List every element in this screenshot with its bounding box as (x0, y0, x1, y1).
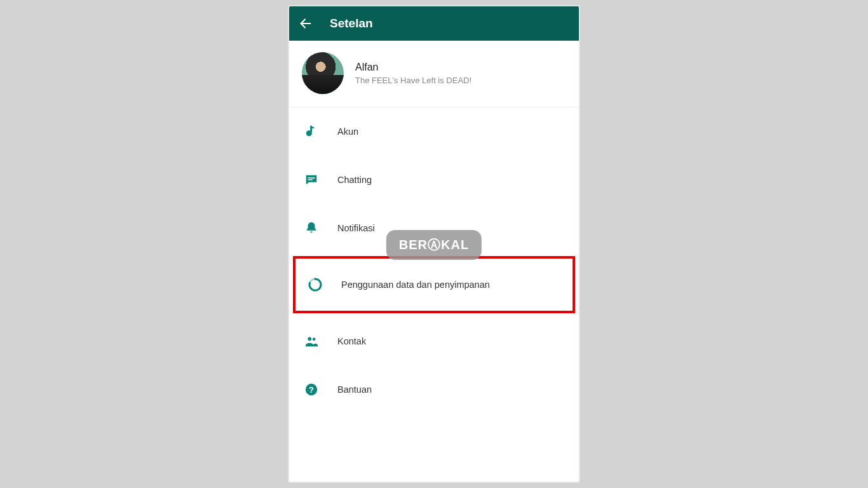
menu-item-help[interactable]: ? Bantuan (289, 365, 579, 414)
contacts-icon (303, 333, 320, 349)
menu-label-notifications: Notifikasi (337, 223, 375, 233)
bell-icon (303, 220, 320, 236)
profile-status: The FEEL's Have Left is DEAD! (355, 76, 471, 85)
profile-name: Alfan (355, 62, 471, 73)
settings-screen: Setelan Alfan The FEEL's Have Left is DE… (288, 5, 580, 483)
svg-rect-4 (308, 177, 315, 178)
svg-rect-5 (308, 179, 313, 180)
arrow-left-icon (299, 17, 313, 30)
menu-label-chats: Chatting (337, 175, 372, 185)
svg-point-7 (313, 337, 316, 341)
back-button[interactable] (298, 16, 313, 31)
profile-row[interactable]: Alfan The FEEL's Have Left is DEAD! (289, 41, 579, 107)
menu-item-account[interactable]: Akun (289, 107, 579, 156)
app-bar: Setelan (289, 6, 579, 41)
menu-label-data-storage: Penggunaan data dan penyimpanan (341, 280, 490, 290)
menu-item-notifications[interactable]: Notifikasi (289, 204, 579, 252)
profile-text: Alfan The FEEL's Have Left is DEAD! (355, 62, 471, 85)
menu-label-contacts: Kontak (337, 336, 366, 346)
svg-point-6 (308, 337, 311, 341)
menu-item-data-storage[interactable]: Penggunaan data dan penyimpanan (293, 256, 575, 313)
help-icon: ? (303, 381, 320, 398)
settings-menu: Akun Chatting Notifikasi (289, 107, 579, 414)
key-icon (303, 123, 320, 140)
menu-item-chats[interactable]: Chatting (289, 156, 579, 204)
menu-item-contacts[interactable]: Kontak (289, 317, 579, 365)
chat-icon (303, 172, 320, 188)
data-usage-icon (307, 276, 323, 293)
menu-label-account: Akun (337, 126, 358, 137)
svg-rect-2 (310, 126, 312, 132)
page-title: Setelan (330, 17, 373, 30)
avatar (302, 52, 344, 94)
menu-label-help: Bantuan (337, 384, 372, 395)
svg-text:?: ? (309, 385, 314, 395)
svg-rect-3 (311, 127, 314, 128)
